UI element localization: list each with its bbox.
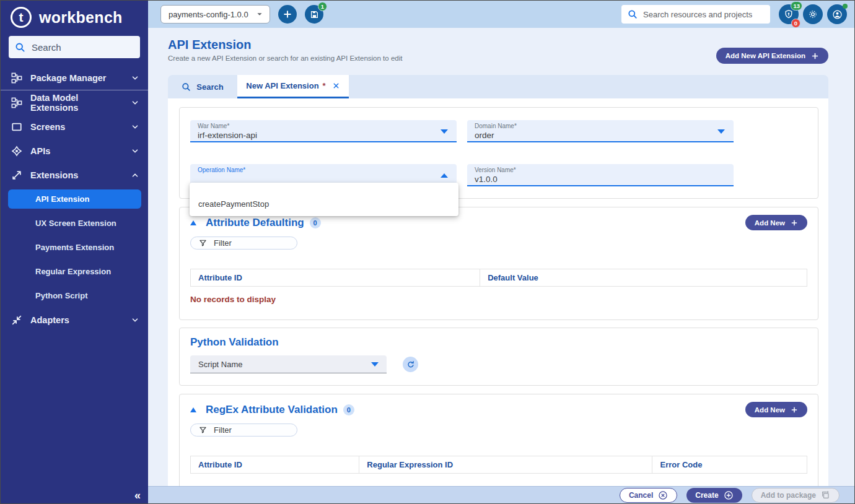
sidebar-item-label: Data Model Extensions (30, 93, 123, 113)
sidebar-item-extensions[interactable]: Extensions (1, 163, 148, 187)
attribute-defaulting-add-new-button[interactable]: Add New (745, 215, 807, 230)
version-name-field[interactable]: Version Name* v1.0.0 (467, 164, 734, 186)
sidebar-subitem-label: Regular Expression (35, 267, 111, 276)
save-icon (310, 10, 319, 19)
operation-name-dropdown: createPaymentStop (190, 183, 458, 216)
dropdown-option[interactable]: createPaymentStop (190, 199, 458, 216)
caret-down-icon (717, 129, 725, 134)
main-content: API Extension Create a new API Extension… (148, 28, 854, 486)
package-select[interactable]: payments-config-1.0.0 (160, 5, 270, 24)
sidebar-subitem-label: API Extension (35, 194, 89, 204)
sidebar-subitem-label: Python Script (35, 291, 88, 300)
package-select-value: payments-config-1.0.0 (169, 10, 248, 19)
caret-down-icon (441, 129, 448, 134)
sidebar-item-label: Extensions (30, 170, 78, 180)
unsaved-marker: * (323, 81, 326, 90)
regex-validation-header: RegEx Attribute Validation 0 Add New (190, 402, 807, 417)
add-new-label: Add New (755, 406, 785, 414)
sidebar-item-label: Package Manager (30, 73, 107, 83)
script-name-label: Script Name (198, 360, 243, 369)
tab-search-label: Search (196, 82, 223, 92)
regex-validation-count-badge: 0 (343, 404, 354, 415)
topbar-right: 13 0 (621, 4, 847, 24)
domain-name-label: Domain Name* (475, 123, 726, 129)
sidebar-item-adapters[interactable]: Adapters (1, 308, 148, 332)
settings-button[interactable] (803, 4, 823, 24)
tab-new-api-extension[interactable]: New API Extension * (237, 75, 349, 98)
cancel-button[interactable]: Cancel (620, 488, 677, 503)
sidebar-item-api-extension[interactable]: API Extension (8, 189, 141, 209)
sidebar-item-label: Adapters (30, 315, 69, 325)
column-header: Regular Expression ID (359, 456, 652, 473)
sidebar-item-ux-screen-extension[interactable]: UX Screen Extension (1, 211, 148, 235)
sidebar-item-package-manager[interactable]: Package Manager (1, 66, 148, 90)
logo-icon: t (11, 7, 32, 28)
circle-plus-icon (724, 490, 734, 500)
save-package-button[interactable]: 1 (305, 5, 323, 24)
sidebar-search[interactable] (9, 36, 140, 58)
domain-name-select[interactable]: Domain Name* order (467, 120, 734, 142)
chevron-down-icon (131, 123, 139, 131)
refresh-scripts-button[interactable] (403, 357, 418, 372)
regex-validation-table-header: Attribute ID Regular Expression ID Error… (190, 456, 807, 474)
global-search-input[interactable] (643, 10, 764, 19)
tab-search[interactable]: Search (168, 75, 237, 98)
chevron-down-icon (131, 98, 139, 107)
collapse-triangle-icon[interactable] (190, 407, 196, 412)
regex-validation-add-new-button[interactable]: Add New (745, 402, 807, 417)
notifications-count-badge: 13 (791, 1, 802, 11)
sitemap-icon (11, 97, 22, 108)
attribute-defaulting-filter[interactable]: Filter (190, 237, 297, 250)
plus-icon (791, 406, 798, 414)
sidebar-subitem-label: UX Screen Extension (35, 219, 116, 228)
shield-icon (784, 9, 794, 19)
regex-validation-title: RegEx Attribute Validation (206, 404, 338, 416)
war-name-select[interactable]: War Name* irf-extension-api (190, 120, 457, 142)
create-label: Create (695, 491, 718, 500)
filter-funnel-icon (199, 426, 207, 434)
sitemap-icon (11, 72, 22, 84)
column-header: Default Value (480, 269, 807, 286)
sidebar-search-input[interactable] (32, 42, 131, 53)
add-new-api-extension-button[interactable]: Add New API Extension (716, 48, 828, 64)
tabs-container: Search New API Extension * War Name* irf… (168, 75, 828, 486)
sidebar-item-python-script[interactable]: Python Script (1, 284, 148, 308)
filter-funnel-icon (199, 239, 207, 247)
python-validation-title: Python Validation (190, 336, 807, 349)
chevron-down-icon (256, 11, 263, 18)
user-icon (832, 9, 843, 20)
circle-x-icon (658, 490, 668, 500)
notifications-button[interactable]: 13 0 (779, 4, 799, 24)
version-name-label: Version Name* (475, 167, 726, 173)
sidebar-item-label: APIs (30, 146, 50, 156)
sidebar-item-payments-extension[interactable]: Payments Extension (1, 235, 148, 259)
search-icon (182, 82, 191, 92)
plus-icon (811, 52, 819, 60)
collapse-triangle-icon[interactable] (190, 220, 196, 225)
search-icon (628, 9, 638, 19)
sidebar-item-data-model-extensions[interactable]: Data Model Extensions (1, 90, 148, 115)
cancel-label: Cancel (629, 491, 653, 500)
column-header: Attribute ID (191, 456, 359, 473)
alerts-count-badge: 0 (791, 19, 800, 28)
operation-name-label: Operation Name* (198, 167, 449, 173)
add-to-package-button[interactable]: Add to package (752, 488, 840, 503)
add-package-button[interactable] (278, 5, 297, 24)
search-icon (15, 42, 25, 53)
global-search[interactable] (621, 5, 770, 24)
copy-plus-icon (821, 490, 830, 500)
filter-label: Filter (214, 425, 232, 435)
create-button[interactable]: Create (686, 488, 742, 503)
attribute-defaulting-table-header: Attribute ID Default Value (190, 269, 807, 287)
war-name-value: irf-extension-api (198, 131, 449, 140)
chevron-down-icon (131, 147, 139, 155)
regex-validation-filter[interactable]: Filter (190, 424, 297, 437)
sidebar-item-regular-expression[interactable]: Regular Expression (1, 259, 148, 284)
script-name-select[interactable]: Script Name (190, 355, 387, 373)
close-icon[interactable] (332, 82, 340, 90)
sidebar-item-screens[interactable]: Screens (1, 115, 148, 139)
sidebar-item-apis[interactable]: APIs (1, 139, 148, 163)
sidebar-collapse-button[interactable]: « (134, 489, 141, 502)
account-button[interactable] (827, 4, 847, 24)
filter-label: Filter (214, 238, 232, 248)
